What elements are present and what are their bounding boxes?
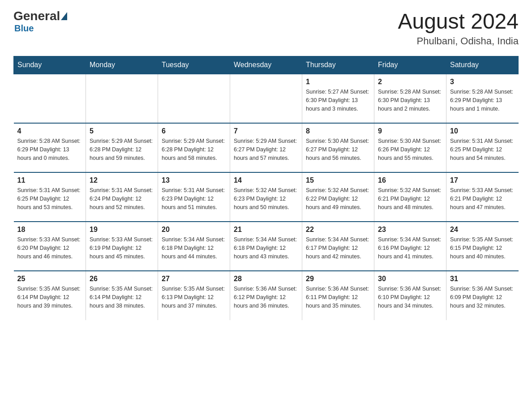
day-info: Sunrise: 5:29 AM Sunset: 6:28 PM Dayligh… [162,137,226,162]
day-info: Sunrise: 5:34 AM Sunset: 6:17 PM Dayligh… [306,235,370,261]
day-number: 29 [306,275,370,283]
calendar-cell: 12Sunrise: 5:31 AM Sunset: 6:24 PM Dayli… [86,172,158,222]
logo-blue-text: Blue [14,23,34,34]
day-number: 11 [17,176,82,184]
calendar-cell: 24Sunrise: 5:35 AM Sunset: 6:15 PM Dayli… [446,222,519,271]
day-info: Sunrise: 5:33 AM Sunset: 6:20 PM Dayligh… [17,235,82,261]
location-text: Phulbani, Odisha, India [398,35,519,47]
day-info: Sunrise: 5:30 AM Sunset: 6:26 PM Dayligh… [378,137,442,162]
calendar-cell: 11Sunrise: 5:31 AM Sunset: 6:25 PM Dayli… [14,172,86,222]
day-info: Sunrise: 5:36 AM Sunset: 6:09 PM Dayligh… [450,285,515,310]
day-info: Sunrise: 5:27 AM Sunset: 6:30 PM Dayligh… [306,88,370,113]
calendar-cell: 30Sunrise: 5:36 AM Sunset: 6:10 PM Dayli… [374,271,446,320]
day-info: Sunrise: 5:31 AM Sunset: 6:25 PM Dayligh… [17,186,82,211]
day-info: Sunrise: 5:34 AM Sunset: 6:16 PM Dayligh… [378,235,442,261]
calendar-table: SundayMondayTuesdayWednesdayThursdayFrid… [13,56,519,320]
day-info: Sunrise: 5:36 AM Sunset: 6:12 PM Dayligh… [234,285,298,310]
day-info: Sunrise: 5:32 AM Sunset: 6:23 PM Dayligh… [234,186,298,211]
calendar-cell: 2Sunrise: 5:28 AM Sunset: 6:30 PM Daylig… [374,74,446,123]
day-info: Sunrise: 5:35 AM Sunset: 6:15 PM Dayligh… [450,235,515,261]
calendar-cell: 3Sunrise: 5:28 AM Sunset: 6:29 PM Daylig… [446,74,519,123]
day-info: Sunrise: 5:33 AM Sunset: 6:19 PM Dayligh… [90,235,154,261]
calendar-cell: 31Sunrise: 5:36 AM Sunset: 6:09 PM Dayli… [446,271,519,320]
title-section: August 2024 Phulbani, Odisha, India [398,9,519,47]
day-info: Sunrise: 5:28 AM Sunset: 6:30 PM Dayligh… [378,88,442,113]
calendar-cell: 23Sunrise: 5:34 AM Sunset: 6:16 PM Dayli… [374,222,446,271]
day-number: 10 [450,127,515,135]
calendar-cell: 10Sunrise: 5:31 AM Sunset: 6:25 PM Dayli… [446,123,519,172]
day-number: 23 [378,226,442,234]
day-number: 19 [90,226,154,234]
day-number: 26 [90,275,154,283]
day-number: 3 [450,78,515,86]
logo-triangle-icon [61,12,67,20]
day-info: Sunrise: 5:33 AM Sunset: 6:21 PM Dayligh… [450,186,515,211]
page-header: General Blue August 2024 Phulbani, Odish… [13,9,519,47]
day-header-wednesday: Wednesday [230,56,302,74]
day-info: Sunrise: 5:35 AM Sunset: 6:13 PM Dayligh… [162,285,226,310]
day-number: 27 [162,275,226,283]
calendar-cell: 27Sunrise: 5:35 AM Sunset: 6:13 PM Dayli… [158,271,230,320]
day-number: 18 [17,226,82,234]
day-info: Sunrise: 5:28 AM Sunset: 6:29 PM Dayligh… [450,88,515,113]
day-number: 25 [17,275,82,283]
day-info: Sunrise: 5:28 AM Sunset: 6:29 PM Dayligh… [17,137,82,162]
day-info: Sunrise: 5:29 AM Sunset: 6:28 PM Dayligh… [90,137,154,162]
calendar-header-row: SundayMondayTuesdayWednesdayThursdayFrid… [14,56,519,74]
day-header-thursday: Thursday [302,56,374,74]
day-number: 15 [306,176,370,184]
day-info: Sunrise: 5:32 AM Sunset: 6:21 PM Dayligh… [378,186,442,211]
day-number: 4 [17,127,82,135]
day-info: Sunrise: 5:31 AM Sunset: 6:23 PM Dayligh… [162,186,226,211]
day-info: Sunrise: 5:35 AM Sunset: 6:14 PM Dayligh… [90,285,154,310]
day-number: 7 [234,127,298,135]
logo: General Blue [13,9,68,34]
day-number: 20 [162,226,226,234]
day-number: 31 [450,275,515,283]
calendar-week-row: 18Sunrise: 5:33 AM Sunset: 6:20 PM Dayli… [14,222,519,271]
day-info: Sunrise: 5:30 AM Sunset: 6:27 PM Dayligh… [306,137,370,162]
calendar-cell [230,74,302,123]
calendar-week-row: 1Sunrise: 5:27 AM Sunset: 6:30 PM Daylig… [14,74,519,123]
calendar-cell: 5Sunrise: 5:29 AM Sunset: 6:28 PM Daylig… [86,123,158,172]
day-info: Sunrise: 5:32 AM Sunset: 6:22 PM Dayligh… [306,186,370,211]
calendar-cell [14,74,86,123]
day-info: Sunrise: 5:36 AM Sunset: 6:11 PM Dayligh… [306,285,370,310]
calendar-cell: 4Sunrise: 5:28 AM Sunset: 6:29 PM Daylig… [14,123,86,172]
day-number: 16 [378,176,442,184]
calendar-week-row: 11Sunrise: 5:31 AM Sunset: 6:25 PM Dayli… [14,172,519,222]
day-info: Sunrise: 5:34 AM Sunset: 6:18 PM Dayligh… [234,235,298,261]
calendar-week-row: 25Sunrise: 5:35 AM Sunset: 6:14 PM Dayli… [14,271,519,320]
calendar-cell: 14Sunrise: 5:32 AM Sunset: 6:23 PM Dayli… [230,172,302,222]
day-number: 30 [378,275,442,283]
calendar-cell: 8Sunrise: 5:30 AM Sunset: 6:27 PM Daylig… [302,123,374,172]
day-info: Sunrise: 5:36 AM Sunset: 6:10 PM Dayligh… [378,285,442,310]
calendar-cell: 19Sunrise: 5:33 AM Sunset: 6:19 PM Dayli… [86,222,158,271]
day-number: 21 [234,226,298,234]
day-number: 12 [90,176,154,184]
day-number: 5 [90,127,154,135]
day-info: Sunrise: 5:35 AM Sunset: 6:14 PM Dayligh… [17,285,82,310]
calendar-cell: 6Sunrise: 5:29 AM Sunset: 6:28 PM Daylig… [158,123,230,172]
calendar-cell: 15Sunrise: 5:32 AM Sunset: 6:22 PM Dayli… [302,172,374,222]
calendar-cell: 1Sunrise: 5:27 AM Sunset: 6:30 PM Daylig… [302,74,374,123]
calendar-cell [158,74,230,123]
day-header-sunday: Sunday [14,56,86,74]
calendar-cell: 7Sunrise: 5:29 AM Sunset: 6:27 PM Daylig… [230,123,302,172]
calendar-cell: 20Sunrise: 5:34 AM Sunset: 6:18 PM Dayli… [158,222,230,271]
day-number: 22 [306,226,370,234]
day-number: 14 [234,176,298,184]
day-header-saturday: Saturday [446,56,519,74]
logo-general-text: General [13,9,60,23]
day-info: Sunrise: 5:34 AM Sunset: 6:18 PM Dayligh… [162,235,226,261]
day-header-tuesday: Tuesday [158,56,230,74]
calendar-cell: 25Sunrise: 5:35 AM Sunset: 6:14 PM Dayli… [14,271,86,320]
calendar-cell [86,74,158,123]
calendar-cell: 21Sunrise: 5:34 AM Sunset: 6:18 PM Dayli… [230,222,302,271]
calendar-cell: 29Sunrise: 5:36 AM Sunset: 6:11 PM Dayli… [302,271,374,320]
day-info: Sunrise: 5:31 AM Sunset: 6:25 PM Dayligh… [450,137,515,162]
day-number: 9 [378,127,442,135]
day-number: 1 [306,78,370,86]
calendar-cell: 18Sunrise: 5:33 AM Sunset: 6:20 PM Dayli… [14,222,86,271]
calendar-cell: 13Sunrise: 5:31 AM Sunset: 6:23 PM Dayli… [158,172,230,222]
